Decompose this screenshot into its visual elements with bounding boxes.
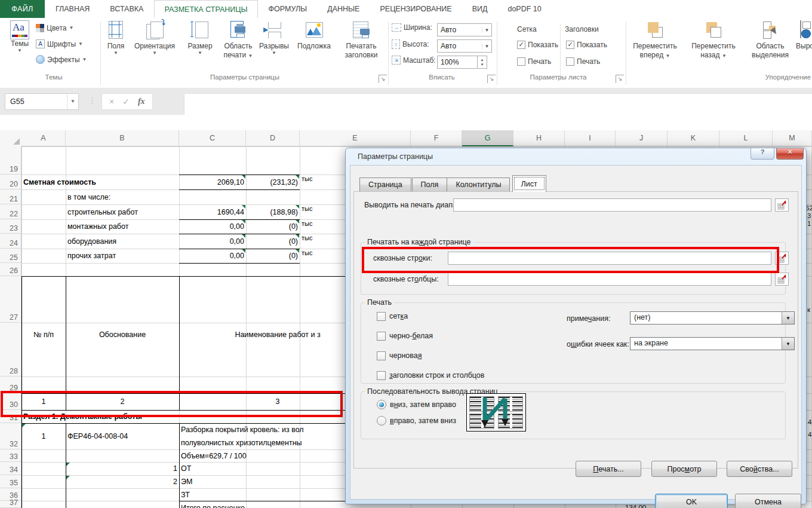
column-header-L[interactable]: L (719, 130, 773, 146)
row-header-37[interactable]: 37 (0, 501, 21, 508)
ribbon-tab-разметка-страницы[interactable]: РАЗМЕТКА СТРАНИЦЫ (154, 0, 257, 18)
cell-C34[interactable]: ОТ (179, 462, 246, 475)
size-button[interactable]: Размер▼ (183, 20, 217, 56)
cancel-button[interactable]: Отмена (735, 494, 801, 508)
align-button-cut[interactable]: Выро (793, 20, 812, 51)
cell-C22[interactable]: 1690,44 (179, 204, 246, 219)
row-header-29[interactable]: 29 (0, 377, 21, 393)
ribbon-tab-вид[interactable]: ВИД (463, 0, 497, 18)
black-and-white-checkbox[interactable] (377, 332, 386, 341)
dialog-help-button[interactable]: ? (751, 148, 774, 160)
cell-B24[interactable]: оборудования (66, 234, 179, 249)
column-header-I[interactable]: I (565, 130, 616, 146)
cell-D22[interactable]: (188,98) (246, 204, 300, 219)
name-box[interactable]: G55▼ (5, 93, 79, 110)
row-header-35[interactable]: 35 (0, 475, 21, 488)
options-button[interactable]: Свойства... (727, 461, 792, 477)
ribbon-tab-рецензирование[interactable]: РЕЦЕНЗИРОВАНИЕ (370, 0, 461, 18)
cell-B22[interactable]: строительных работ (66, 204, 179, 219)
send-backward-button[interactable]: Переместить назад ▼ (687, 20, 740, 60)
dialog-tab-лист[interactable]: Лист (512, 175, 546, 192)
cell-C23[interactable]: 0,00 (179, 219, 246, 234)
selection-pane-button[interactable]: Область выделения (748, 20, 793, 60)
select-all-corner[interactable] (0, 130, 22, 147)
fit-width-combo[interactable]: Авто▼ (437, 23, 492, 36)
dialog-tab-колонтитулы[interactable]: Колонтитулы (447, 178, 510, 191)
cell-errors-dropdown[interactable]: на экране▼ (630, 337, 795, 350)
row-header-34[interactable]: 34 (0, 462, 21, 475)
row-header-23[interactable]: 23 (0, 219, 21, 234)
cancel-icon[interactable]: × (109, 97, 114, 106)
headings-show-checkbox[interactable]: ✓Показать (566, 41, 607, 49)
cell-A27[interactable]: № п/п (21, 276, 66, 393)
themes-button[interactable]: Aa Темы▼ (6, 20, 33, 53)
column-header-E[interactable]: E (300, 130, 411, 146)
fit-dialog-launcher[interactable]: ↘ (487, 75, 496, 83)
name-box-dropdown-icon[interactable]: ▼ (67, 94, 78, 109)
print-area-button[interactable]: Область печати ▼ (219, 20, 258, 60)
print-button[interactable]: Печать... (576, 461, 641, 477)
gridlines-show-checkbox[interactable]: ✓Показать (517, 41, 558, 49)
scale-spinner[interactable]: ▲▼ (478, 56, 487, 69)
row-header-30[interactable]: 30 (0, 393, 21, 410)
headings-print-checkbox[interactable]: Печать (566, 57, 600, 66)
insert-function-icon[interactable]: fx (138, 97, 145, 106)
column-header-A[interactable]: A (21, 130, 66, 146)
gridlines-checkbox[interactable] (377, 312, 386, 321)
down-then-over-radio[interactable] (377, 400, 386, 409)
page-setup-dialog-launcher[interactable]: ↘ (379, 75, 387, 83)
dialog-tab-страница[interactable]: Страница (359, 178, 411, 191)
print-titles-button[interactable]: Печатать заголовки (338, 20, 385, 60)
print-preview-button[interactable]: Просмотр (651, 461, 717, 477)
row-header-32[interactable]: 32 (0, 423, 21, 449)
ribbon-tab-главная[interactable]: ГЛАВНАЯ (46, 0, 99, 18)
cell-A32[interactable]: 1 (21, 423, 66, 449)
dialog-tab-поля[interactable]: Поля (412, 178, 448, 191)
formula-bar-splitter[interactable]: ⋮ (88, 96, 96, 105)
cell-C24[interactable]: 0,00 (179, 234, 246, 249)
cell-B25[interactable]: прочих затрат (66, 249, 179, 263)
theme-effects-button[interactable]: Эффекты▼ (36, 55, 87, 64)
cell-B21[interactable]: в том числе: (66, 189, 179, 204)
cell-C33[interactable]: Объем=629,7 / 100 (179, 449, 246, 462)
ribbon-tab-вставка[interactable]: ВСТАВКА (100, 0, 153, 18)
column-header-G[interactable]: G (462, 130, 513, 146)
theme-fonts-button[interactable]: А Шрифты▼ (36, 39, 83, 48)
cell-C35[interactable]: ЭМ (179, 475, 246, 488)
cell-B32[interactable]: ФЕР46-04-008-04 (66, 423, 179, 449)
print-range-input[interactable] (453, 198, 771, 212)
cols-to-repeat-picker-button[interactable] (775, 273, 789, 286)
cell-B34[interactable]: 1 (66, 462, 179, 475)
bring-forward-button[interactable]: Переместить вперед ▼ (628, 20, 682, 60)
cell-C36[interactable]: ЗТ (179, 488, 246, 501)
column-header-K[interactable]: K (668, 130, 719, 146)
row-header-21[interactable]: 21 (0, 189, 21, 204)
print-range-picker-button[interactable] (775, 198, 789, 212)
fit-height-combo[interactable]: Авто▼ (437, 39, 492, 53)
cols-to-repeat-input[interactable] (448, 273, 771, 286)
column-header-D[interactable]: D (246, 130, 300, 146)
row-header-22[interactable]: 22 (0, 204, 21, 219)
row-header-19[interactable]: 19 (0, 146, 21, 175)
cell-C37[interactable]: Итого по расценке (179, 501, 246, 508)
margins-button[interactable]: Поля▼ (103, 20, 129, 56)
column-header-F[interactable]: F (411, 130, 462, 146)
rows-to-repeat-input[interactable] (448, 252, 771, 265)
column-header-H[interactable]: H (513, 130, 565, 146)
row-header-26[interactable]: 26 (0, 263, 21, 276)
row-header-25[interactable]: 25 (0, 249, 21, 263)
cell-B30[interactable]: 2 (66, 393, 179, 410)
cell-C25[interactable]: 0,00 (179, 249, 246, 263)
cell-B23[interactable]: монтажных работ (66, 219, 179, 234)
cell-C20[interactable]: 2069,10 (179, 175, 246, 189)
background-button[interactable]: Подложка (293, 20, 336, 51)
dialog-close-button[interactable]: ✕ (776, 148, 804, 160)
cell-D25[interactable]: (0) (246, 249, 300, 263)
row-header-20[interactable]: 20 (0, 175, 21, 189)
column-header-B[interactable]: B (66, 130, 179, 146)
theme-colors-button[interactable]: Цвета▼ (36, 24, 73, 32)
ribbon-tab-формулы[interactable]: ФОРМУЛЫ (259, 0, 317, 18)
column-header-C[interactable]: C (179, 130, 246, 146)
cell-B35[interactable]: 2 (66, 475, 179, 488)
row-header-33[interactable]: 33 (0, 449, 21, 462)
